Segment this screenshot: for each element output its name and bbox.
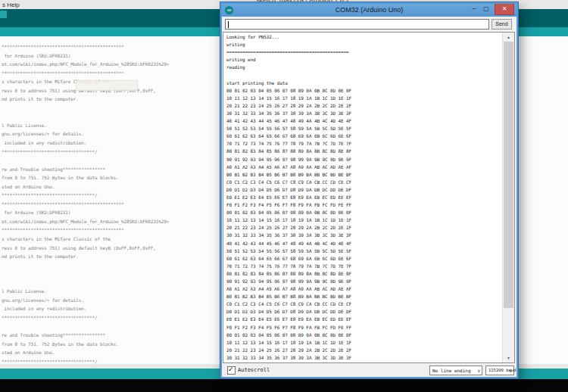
serial-monitor-titlebar[interactable]: ∞ COM32 (Arduino Uno) – ▢ ✕ [222,4,517,17]
chevron-down-icon: ∨ [477,368,480,373]
text-caret [228,21,229,28]
serial-monitor-window: ∞ COM32 (Arduino Uno) – ▢ ✕ Send Looking… [220,2,518,378]
line-ending-dropdown[interactable]: No line ending ∨ [429,366,482,375]
close-button[interactable]: ✕ [495,4,514,15]
maximize-button[interactable]: ▢ [481,4,492,14]
check-icon: ✓ [228,366,234,373]
line-ending-value: No line ending [432,368,471,373]
ide-menu-tail[interactable]: s Help [2,2,20,8]
autoscroll-label: Autoscroll [238,367,270,373]
autoscroll-checkbox[interactable]: ✓ [227,366,236,375]
serial-input-row: Send [222,17,517,33]
desktop: s Help sketch_may12a | Arduino 1.6.7 ***… [0,0,568,392]
editor-tooltip-artifact [76,80,138,91]
serial-output-text: Looking for PN532... writing ===========… [226,33,351,362]
chevron-down-icon: ∨ [509,368,512,373]
scrollbar-thumb[interactable] [504,42,513,308]
scroll-down-icon[interactable]: ▼ [503,353,514,362]
ide-toolbar-button-fragment[interactable] [0,11,7,18]
serial-output-scrollbar[interactable]: ▲ ▼ [502,33,514,362]
serial-command-input[interactable] [225,19,489,30]
serial-output-area[interactable]: Looking for PN532... writing ===========… [223,32,515,363]
minimize-button[interactable]: – [469,4,479,14]
scroll-up-icon[interactable]: ▲ [503,33,514,42]
serial-monitor-bottom-bar: ✓ Autoscroll No line ending ∨ 115200 bau… [223,364,515,376]
baud-rate-dropdown[interactable]: 115200 baud ∨ [485,366,514,375]
send-button[interactable]: Send [492,19,512,30]
ide-console [0,379,568,392]
